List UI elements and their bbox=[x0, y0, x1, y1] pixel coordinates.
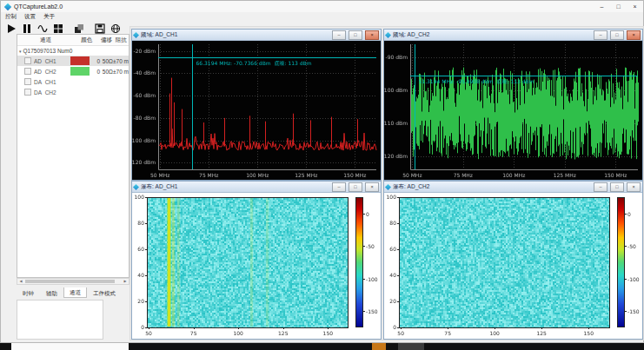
plot-icon bbox=[133, 31, 139, 37]
taskbar-app-highlight[interactable] bbox=[372, 343, 386, 350]
taskbar-search-segment[interactable] bbox=[11, 343, 129, 350]
menu-item-about[interactable]: 关于 bbox=[43, 13, 55, 21]
offset-value[interactable]: 0 bbox=[90, 69, 100, 75]
channel-label: DA_CH1 bbox=[34, 79, 83, 85]
header-offset: 偏移 bbox=[100, 35, 114, 45]
taskbar-app-segment[interactable] bbox=[398, 343, 424, 350]
menu-item-settings[interactable]: 设置 bbox=[24, 13, 36, 21]
tab-workmode[interactable]: 工作模式 bbox=[87, 287, 122, 298]
checkbox-icon[interactable] bbox=[24, 68, 31, 75]
plot-icon bbox=[385, 31, 391, 37]
subwindow-titlebar[interactable]: 瀑布: AD_CH1 – □ × bbox=[132, 182, 381, 193]
main-window: QTCaptureLab2.0 – □ × 控制 设置 关于 bbox=[0, 0, 644, 343]
impedance-value[interactable]: 50Ω bbox=[100, 69, 113, 75]
channel-table-header: 通道 颜色 偏移 阻抗 bbox=[17, 35, 129, 46]
scroll-right-icon[interactable]: ▶ bbox=[122, 279, 129, 284]
offset-value[interactable]: 0 bbox=[90, 58, 100, 64]
channel-label: AD_CH2 bbox=[34, 69, 70, 75]
device-name: Q175097013 Num0 bbox=[23, 48, 73, 54]
channel-label: DA_CH2 bbox=[34, 89, 83, 96]
device-tree-root[interactable]: ▾ Q175097013 Num0 bbox=[17, 46, 129, 56]
header-color: 颜色 bbox=[74, 35, 100, 45]
app-icon bbox=[4, 3, 11, 10]
titlebar: QTCaptureLab2.0 – □ × bbox=[1, 1, 643, 12]
range-value[interactable]: ±70 m bbox=[113, 58, 129, 64]
plot-icon bbox=[385, 183, 391, 189]
channel-row-da-ch2[interactable]: DA_CH2 bbox=[17, 87, 129, 97]
subwindow-restore-button[interactable]: □ bbox=[349, 30, 362, 40]
checkbox-icon[interactable] bbox=[24, 89, 31, 96]
waterfall-window-ch1: 瀑布: AD_CH1 – □ × bbox=[131, 181, 382, 340]
subwindow-minimize-button[interactable]: – bbox=[332, 30, 346, 40]
subwindow-restore-button[interactable]: □ bbox=[610, 182, 624, 192]
subwindow-restore-button[interactable]: □ bbox=[349, 182, 362, 192]
subwindow-title: 瀑布: AD_CH1 bbox=[141, 183, 329, 191]
close-button[interactable]: × bbox=[627, 1, 643, 12]
tab-aux[interactable]: 辅助 bbox=[40, 287, 63, 298]
taskbar bbox=[0, 343, 644, 350]
waterfall-window-ch2: 瀑布: AD_CH2 – □ × bbox=[383, 181, 643, 340]
checkbox-icon[interactable] bbox=[24, 57, 31, 64]
maximize-button[interactable]: □ bbox=[610, 1, 627, 12]
panel-tabs: 时钟 辅助 通道 工作模式 bbox=[17, 287, 122, 298]
channel-row-da-ch1[interactable]: DA_CH1 bbox=[17, 76, 129, 87]
subwindow-close-button[interactable]: × bbox=[627, 30, 641, 40]
tab-channel[interactable]: 通道 bbox=[63, 287, 87, 298]
taskbar-dark-segment bbox=[129, 343, 644, 350]
subwindow-minimize-button[interactable]: – bbox=[594, 30, 607, 40]
window-title: QTCaptureLab2.0 bbox=[14, 3, 63, 10]
scrollbar-thumb[interactable] bbox=[25, 280, 115, 283]
channel-label: AD_CH1 bbox=[34, 58, 70, 64]
header-impedance: 阻抗 bbox=[113, 35, 129, 45]
subwindow-minimize-button[interactable]: – bbox=[594, 182, 607, 192]
subwindow-close-button[interactable]: × bbox=[365, 182, 379, 192]
tab-content-area bbox=[17, 300, 103, 340]
subwindow-titlebar[interactable]: 频域: AD_CH1 – □ × bbox=[132, 30, 381, 41]
impedance-value[interactable]: 50Ω bbox=[100, 58, 113, 64]
subwindow-titlebar[interactable]: 瀑布: AD_CH2 – □ × bbox=[384, 182, 642, 193]
tab-clock[interactable]: 时钟 bbox=[17, 287, 40, 298]
spectrum-window-ch1: 频域: AD_CH1 – □ × bbox=[131, 29, 382, 181]
tree-collapse-icon[interactable]: ▾ bbox=[19, 49, 22, 54]
color-swatch[interactable] bbox=[70, 67, 90, 76]
waterfall-plot-ch1[interactable] bbox=[132, 193, 381, 339]
subwindow-titlebar[interactable]: 频域: AD_CH2 – □ × bbox=[384, 30, 642, 41]
subwindow-title: 瀑布: AD_CH2 bbox=[393, 183, 591, 191]
horizontal-scrollbar[interactable]: ◀ ▶ bbox=[17, 278, 129, 285]
color-swatch[interactable] bbox=[70, 56, 90, 65]
taskbar-segment bbox=[0, 343, 11, 350]
scroll-left-icon[interactable]: ◀ bbox=[17, 279, 24, 284]
subwindow-minimize-button[interactable]: – bbox=[332, 182, 346, 192]
minimize-button[interactable]: – bbox=[594, 1, 610, 12]
subwindow-title: 频域: AD_CH2 bbox=[393, 31, 591, 39]
subwindow-close-button[interactable]: × bbox=[365, 30, 379, 40]
waterfall-plot-ch2[interactable] bbox=[384, 193, 642, 339]
spectrum-plot-ch1[interactable] bbox=[132, 41, 381, 180]
range-value[interactable]: ±70 m bbox=[113, 69, 129, 75]
subwindow-title: 频域: AD_CH1 bbox=[141, 31, 329, 39]
channel-row-ad-ch2[interactable]: AD_CH2 0 50Ω ±70 m bbox=[17, 66, 129, 76]
subwindow-restore-button[interactable]: □ bbox=[610, 30, 624, 40]
channel-panel: 通道 颜色 偏移 阻抗 ▾ Q175097013 Num0 AD_CH1 0 5… bbox=[17, 34, 129, 278]
screen: QTCaptureLab2.0 – □ × 控制 设置 关于 bbox=[0, 0, 644, 350]
spectrum-window-ch2: 频域: AD_CH2 – □ × bbox=[383, 29, 643, 181]
mdi-area: 频域: AD_CH1 – □ × 频域: AD_CH2 – □ × 瀑布: AD… bbox=[129, 26, 644, 340]
plot-icon bbox=[133, 183, 139, 189]
menu-item-control[interactable]: 控制 bbox=[5, 13, 17, 21]
checkbox-icon[interactable] bbox=[24, 78, 31, 85]
header-channel: 通道 bbox=[17, 35, 74, 45]
subwindow-close-button[interactable]: × bbox=[627, 182, 641, 192]
spectrum-plot-ch2[interactable] bbox=[384, 41, 642, 180]
channel-row-ad-ch1[interactable]: AD_CH1 0 50Ω ±70 m bbox=[17, 56, 129, 66]
menubar: 控制 设置 关于 bbox=[1, 12, 266, 21]
